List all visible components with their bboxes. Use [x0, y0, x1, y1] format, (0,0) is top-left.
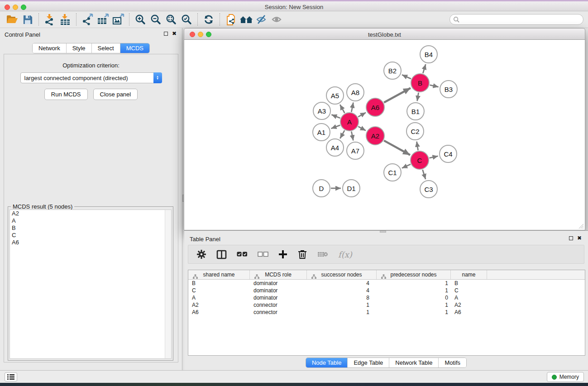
table-cell[interactable]: A2	[451, 301, 487, 309]
graph-edge-C-C4[interactable]	[429, 156, 438, 158]
tab-node-table[interactable]: Node Table	[306, 358, 348, 367]
graph-edge-A-A4[interactable]	[340, 130, 344, 138]
float-panel-icon[interactable]	[569, 236, 573, 240]
graph-edge-C-C3[interactable]	[423, 170, 426, 179]
mcds-result-list[interactable]: A2ABCA6	[10, 210, 172, 359]
export-network-icon[interactable]	[80, 13, 95, 26]
graph-edge-B-B1[interactable]	[417, 93, 419, 101]
zoom-fit-icon[interactable]	[163, 13, 179, 26]
column-header-successor-nodes[interactable]: successor nodes	[307, 270, 377, 279]
tab-edge-table[interactable]: Edge Table	[347, 358, 389, 367]
deselect-all-rows-icon[interactable]	[258, 251, 268, 257]
table-cell[interactable]: B	[188, 280, 250, 287]
table-cell[interactable]: C	[451, 287, 487, 294]
table-row[interactable]: Adominator80A	[188, 294, 585, 301]
table-cell[interactable]: B	[451, 280, 487, 287]
table-cell[interactable]: 0	[377, 294, 451, 301]
tab-motifs[interactable]: Motifs	[438, 358, 466, 367]
graph-edge-A6-B[interactable]	[384, 88, 411, 102]
table-cell[interactable]: 4	[307, 287, 377, 294]
zoom-out-icon[interactable]	[148, 13, 163, 26]
graph-edge-A-A3[interactable]	[331, 114, 340, 118]
delete-table-icon[interactable]	[317, 251, 328, 258]
scrollbar-track[interactable]	[165, 210, 171, 358]
table-cell[interactable]: 1	[377, 280, 451, 287]
network-window-titlebar[interactable]: testGlobe.txt	[184, 28, 585, 40]
column-header-shared-name[interactable]: shared name	[188, 270, 250, 279]
column-header-MCDS-role[interactable]: MCDS role	[250, 270, 307, 279]
mcds-result-item[interactable]: C	[10, 232, 171, 239]
mcds-result-item[interactable]: A	[10, 217, 171, 224]
graph-edge-A-A1[interactable]	[331, 125, 340, 129]
mcds-result-item[interactable]: A6	[10, 239, 171, 246]
export-table-icon[interactable]	[95, 13, 110, 26]
table-cell[interactable]: C	[188, 287, 250, 294]
hide-view-icon[interactable]	[254, 13, 269, 26]
float-panel-icon[interactable]	[164, 32, 168, 36]
table-cell[interactable]: dominator	[250, 294, 307, 301]
import-table-icon[interactable]	[57, 13, 73, 26]
table-cell[interactable]: dominator	[250, 287, 307, 294]
column-visibility-icon[interactable]	[216, 250, 227, 259]
graph-edge-A-A5[interactable]	[340, 105, 344, 113]
graph-edge-B-B4[interactable]	[423, 64, 425, 73]
table-row[interactable]: A6connector11A6	[188, 309, 585, 316]
graph-edge-A-A2[interactable]	[358, 127, 366, 131]
tab-style[interactable]: Style	[66, 43, 91, 53]
graph-edge-C-C1[interactable]	[402, 164, 411, 168]
save-session-icon[interactable]	[20, 13, 35, 26]
table-row[interactable]: Bdominator41B	[188, 280, 585, 287]
zoom-selected-icon[interactable]	[179, 13, 194, 26]
table-cell[interactable]: A2	[188, 301, 250, 309]
table-cell[interactable]: 8	[307, 294, 377, 301]
graph-edge-B-B3[interactable]	[430, 85, 438, 87]
column-header-name[interactable]: name	[451, 270, 487, 279]
memory-button[interactable]: Memory	[547, 372, 584, 382]
table-cell[interactable]: connector	[250, 309, 307, 316]
window-resize-grip[interactable]	[578, 223, 584, 229]
home-views-icon[interactable]	[239, 13, 254, 26]
tab-network[interactable]: Network	[33, 43, 66, 53]
refresh-icon[interactable]	[201, 13, 216, 26]
table-cell[interactable]: 1	[307, 309, 377, 316]
task-history-button[interactable]	[5, 372, 17, 381]
column-header-predecessor-nodes[interactable]: predecessor nodes	[377, 270, 451, 279]
table-cell[interactable]: connector	[250, 301, 307, 309]
table-cell[interactable]: A	[451, 294, 487, 301]
graph-edge-A-A8[interactable]	[351, 103, 353, 112]
tab-select[interactable]: Select	[91, 43, 120, 53]
zoom-in-icon[interactable]	[133, 13, 148, 26]
network-graph[interactable]: AA1A2A3A4A5A6A7A8BB1B2B3B4CC1C2C3C4DD1	[184, 40, 585, 230]
close-panel-icon[interactable]: ✖	[577, 236, 582, 240]
import-network-icon[interactable]	[42, 13, 57, 26]
table-cell[interactable]: 1	[377, 309, 451, 316]
close-panel-icon[interactable]: ✖	[172, 31, 177, 36]
graph-edge-A-A6[interactable]	[358, 113, 366, 117]
table-cell[interactable]: A	[188, 294, 250, 301]
tab-network-table[interactable]: Network Table	[389, 358, 438, 367]
table-row[interactable]: A2connector11A2	[188, 301, 585, 309]
graph-edge-A2-C[interactable]	[384, 141, 410, 155]
search-field[interactable]	[449, 14, 583, 25]
graph-edge-A-A7[interactable]	[351, 132, 353, 141]
export-image-icon[interactable]	[110, 13, 126, 26]
add-column-icon[interactable]	[278, 250, 287, 259]
graph-edge-C-C2[interactable]	[417, 142, 418, 151]
graph-edge-B-B2[interactable]	[402, 75, 411, 79]
mcds-result-item[interactable]: B	[10, 224, 171, 232]
table-settings-icon[interactable]	[196, 249, 206, 259]
table-cell[interactable]: A6	[451, 309, 487, 316]
table-row[interactable]: Cdominator41C	[188, 287, 585, 294]
duplicate-network-icon[interactable]	[223, 13, 239, 26]
close-panel-button[interactable]: Close panel	[93, 89, 138, 100]
table-cell[interactable]: 1	[377, 301, 451, 309]
mcds-result-item[interactable]: A2	[10, 210, 171, 217]
open-session-icon[interactable]	[5, 13, 20, 26]
criterion-select[interactable]: largest connected component (directed) ▲…	[20, 72, 162, 83]
table-cell[interactable]: A6	[188, 309, 250, 316]
select-all-rows-icon[interactable]	[237, 251, 248, 257]
node-table[interactable]: shared nameMCDS rolesuccessor nodesprede…	[188, 270, 585, 356]
table-cell[interactable]: dominator	[250, 280, 307, 287]
tab-mcds[interactable]: MCDS	[120, 43, 149, 53]
show-view-icon[interactable]	[269, 13, 285, 26]
